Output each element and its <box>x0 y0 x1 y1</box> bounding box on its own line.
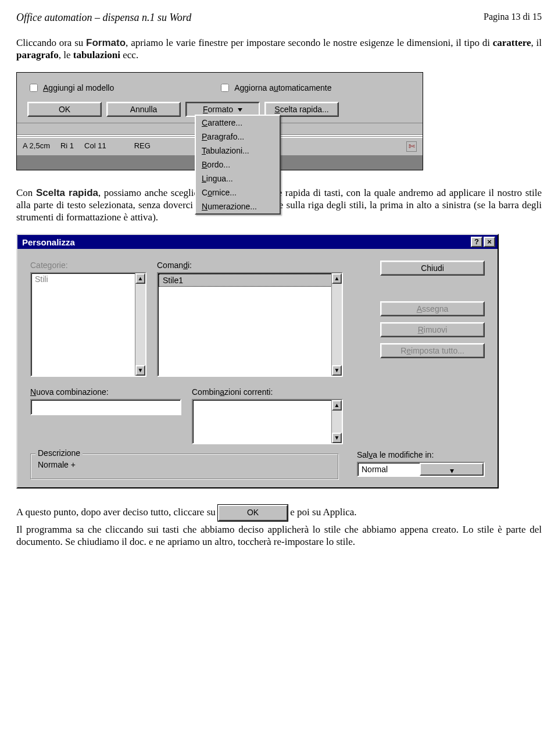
list-item[interactable]: Stili <box>31 273 145 285</box>
scroll-up-icon[interactable]: ▲ <box>332 400 342 411</box>
text: , apriamo le varie finestre per impostar… <box>126 37 493 48</box>
label-salva-in: Salva le modifiche in:Salva le modifiche… <box>357 450 485 459</box>
text: , il <box>531 37 542 48</box>
screenshot-format-dialog: AAggiungi al modelloggiungi al modello A… <box>16 72 423 170</box>
formato-dropdown-menu: Carattere... Paragrafo... Tabulazioni...… <box>195 115 281 215</box>
doc-header-title: Office automation – dispensa n.1 su Word <box>16 12 191 24</box>
label-categorie: Categorie:Categorie: <box>30 261 146 270</box>
listbox-categorie[interactable]: Stili ▲ ▼ <box>30 272 146 377</box>
combo-value: Normal <box>358 463 420 476</box>
menu-item-bordo[interactable]: Bordo... <box>196 158 280 172</box>
menu-item-lingua[interactable]: Lingua... <box>196 172 280 186</box>
chevron-down-icon[interactable]: ▾ <box>420 463 484 476</box>
close-button[interactable]: × <box>484 237 495 247</box>
fieldset-descrizione: Descrizione Normale + <box>30 454 338 479</box>
chiudi-button[interactable]: Chiudi <box>380 261 485 276</box>
text: , le <box>59 49 73 60</box>
menu-item-paragrafo[interactable]: Paragrafo... <box>196 130 280 144</box>
paragraph-1: Cliccando ora su Formato, apriamo le var… <box>16 37 542 62</box>
legend-descrizione: Descrizione <box>35 448 83 458</box>
checkbox-aggiorna-auto[interactable]: Aggiorna automaticamenteAggiorna automat… <box>219 82 331 94</box>
scrollbar[interactable]: ▲ ▼ <box>135 273 145 376</box>
text: ecc. <box>120 49 138 60</box>
text: e poi su Applica. <box>288 507 357 518</box>
keyword-formato: Formato <box>86 37 126 48</box>
scroll-down-icon[interactable]: ▼ <box>332 365 342 376</box>
checkbox-aggiungi-modello[interactable]: AAggiungi al modelloggiungi al modello <box>27 82 114 94</box>
chevron-down-icon <box>238 108 242 112</box>
checkbox-input[interactable] <box>221 84 229 92</box>
menu-item-tabulazioni[interactable]: Tabulazioni... <box>196 144 280 158</box>
menu-item-cornice[interactable]: Cornice... <box>196 186 280 199</box>
input-nuova-combinazione[interactable] <box>30 399 181 415</box>
text: Con <box>16 187 36 198</box>
status-reg: REG <box>134 141 151 152</box>
text: A questo punto, dopo aver deciso tutto, … <box>16 507 218 518</box>
bold-paragrafo: paragrafo <box>16 49 59 60</box>
listbox-correnti[interactable]: ▲ ▼ <box>192 399 343 444</box>
ok-button-inline[interactable]: OK <box>218 505 288 521</box>
label-nuova-combinazione: Nuova combinazione:Nuova combinazione: <box>30 387 181 397</box>
menu-item-carattere[interactable]: Carattere... <box>196 116 280 130</box>
scroll-down-icon[interactable]: ▼ <box>332 433 342 443</box>
bold-carattere: carattere <box>493 37 531 48</box>
checkbox-input[interactable] <box>30 84 38 92</box>
scroll-up-icon[interactable]: ▲ <box>332 273 342 284</box>
list-item-selected[interactable]: Stile1 <box>159 274 341 287</box>
descrizione-value: Normale + <box>38 460 76 469</box>
text: Cliccando ora su <box>16 37 86 48</box>
status-position: A 2,5cm <box>23 141 50 152</box>
combo-salva-in[interactable]: Normal ▾ <box>357 462 485 477</box>
reimposta-button[interactable]: Reimposta tutto...Reimposta tutto... <box>380 343 485 358</box>
paragraph-4: Il programma sa che cliccando sui tasti … <box>16 523 542 548</box>
annulla-button[interactable]: Annulla <box>106 102 181 117</box>
scroll-down-icon[interactable]: ▼ <box>135 365 145 376</box>
scrollbar[interactable]: ▲ ▼ <box>331 400 342 443</box>
label-combinazioni-correnti: Combinazioni correnti:Combinazioni corre… <box>192 387 343 397</box>
scissors-icon: ✄ <box>406 141 417 152</box>
status-line: Ri 1 <box>60 141 74 152</box>
doc-header-page: Pagina 13 di 15 <box>484 12 542 24</box>
titlebar: Personalizza ? × <box>17 235 498 249</box>
scrollbar[interactable]: ▲ ▼ <box>331 273 342 376</box>
assegna-button[interactable]: AssegnaAssegna <box>380 301 485 316</box>
screenshot-personalizza-dialog: Personalizza ? × Categorie:Categorie: St… <box>16 234 499 488</box>
status-column: Col 11 <box>84 141 106 152</box>
keyword-scelta-rapida: Scelta rapida <box>36 187 98 198</box>
paragraph-3: A questo punto, dopo aver deciso tutto, … <box>16 505 542 521</box>
help-button[interactable]: ? <box>471 237 482 247</box>
rimuovi-button[interactable]: RimuoviRimuovi <box>380 322 485 337</box>
menu-item-numerazione[interactable]: Numerazione... <box>196 199 280 213</box>
scroll-up-icon[interactable]: ▲ <box>135 273 145 284</box>
label-comandi: Comandi:Comandi: <box>157 261 343 270</box>
bold-tabulazioni: tabulazioni <box>73 49 120 60</box>
listbox-comandi[interactable]: Stile1 ▲ ▼ <box>157 272 343 377</box>
ok-button[interactable]: OK <box>27 102 102 117</box>
window-title: Personalizza <box>22 237 75 247</box>
